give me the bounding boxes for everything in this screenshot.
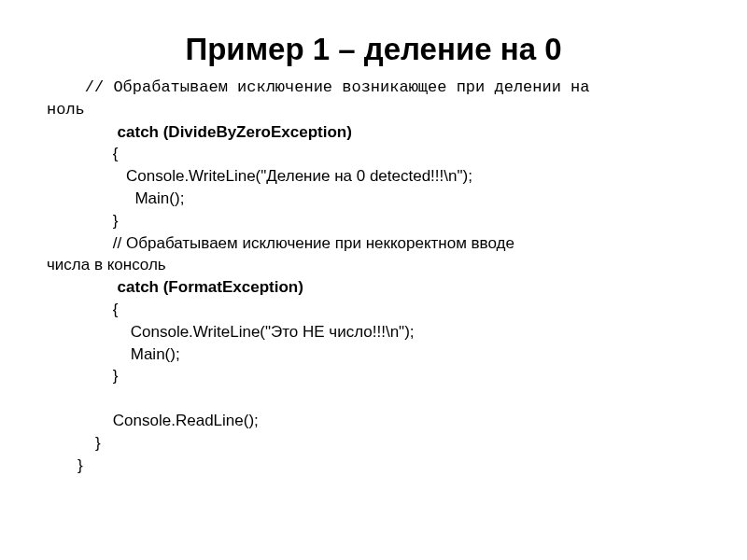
code-line: } [47, 365, 700, 387]
slide: Пример 1 – деление на 0 // Обрабатываем … [0, 0, 747, 560]
code-line: { [47, 299, 700, 321]
comment-line: ноль [47, 99, 700, 121]
code-line: Console.WriteLine("Деление на 0 detected… [47, 165, 700, 188]
code-line: Console.ReadLine(); [47, 410, 700, 432]
code-line: catch (DivideByZeroException) [47, 121, 700, 144]
code-line: Console.WriteLine("Это НЕ число!!!\n"); [47, 321, 700, 343]
slide-title: Пример 1 – деление на 0 [0, 0, 747, 77]
comment-line: числа в консоль [47, 254, 700, 276]
comment-line: // Обрабатываем исключение при неккорект… [47, 232, 700, 255]
code-line: { [47, 143, 700, 165]
code-line: Main(); [47, 343, 700, 366]
code-body: // Обрабатываем исключение возникающее п… [0, 77, 747, 476]
blank-line [47, 387, 700, 410]
code-line: } [47, 432, 700, 455]
comment-line: // Обрабатываем исключение возникающее п… [47, 77, 700, 99]
code-line: } [47, 455, 700, 477]
code-line: } [47, 210, 700, 232]
code-line: Main(); [47, 188, 700, 210]
code-line: catch (FormatException) [47, 276, 700, 299]
